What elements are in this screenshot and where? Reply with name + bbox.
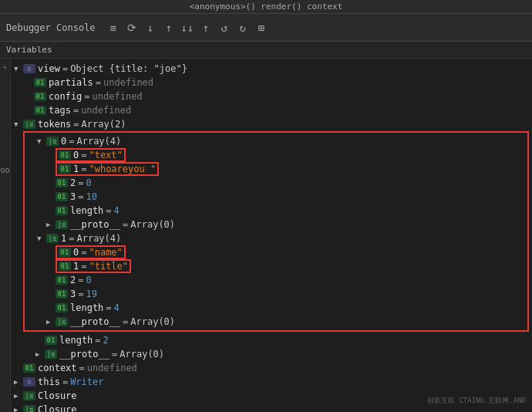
tree-row: |≡ 1 = Array(4) [25, 231, 527, 245]
type-icon-partials: 01 [34, 78, 46, 87]
tree-row: |≡ __proto__ = Array(0) [25, 218, 527, 231]
type-icon-tokensproto: |≡ [45, 350, 57, 359]
expand-view[interactable] [14, 65, 23, 73]
toolbar-icon-step-in[interactable]: ↓ [143, 21, 157, 35]
type-icon-tokens: |≡ [23, 120, 35, 129]
expand-tokens1[interactable] [37, 235, 46, 242]
expand-closure1[interactable] [14, 392, 23, 400]
expand-t0proto[interactable] [46, 221, 56, 228]
tree-row: |≡ tokens = Array(2) [12, 117, 532, 131]
tree-row: 01 3 = 10 [25, 190, 527, 204]
expand-tokensproto[interactable] [35, 350, 45, 358]
toolbar-icon-deactivate[interactable]: ↺ [217, 21, 231, 35]
type-icon-config: 01 [34, 92, 46, 101]
type-icon-closure2: |≡ [23, 405, 35, 412]
type-icon-view: ≡ [23, 64, 35, 73]
tree-row: 01 2 = 0 [25, 273, 527, 287]
tree-row: 01 config = undefined [12, 89, 532, 103]
expand-closure2[interactable] [14, 406, 23, 412]
variables-header: Variables [0, 42, 532, 59]
debugger-toolbar: Debugger Console ≡ ⟳ ↓ ↑ ↓↓ ↑ ↺ ↻ ⊞ [0, 14, 532, 42]
toolbar-icon-menu[interactable]: ≡ [106, 21, 120, 35]
type-icon-t00: 01 [59, 150, 71, 160]
type-icon-context: 01 [23, 363, 35, 373]
tree-row: 01 length = 4 [25, 204, 527, 218]
tree-row: |≡ 0 = Array(4) [25, 134, 527, 148]
expand-t1proto[interactable] [46, 318, 56, 326]
expand-this[interactable] [14, 378, 23, 386]
type-icon-t1proto: |≡ [56, 317, 68, 326]
tree-row: 01 length = 4 [25, 301, 527, 315]
toolbar-icon-step-over[interactable]: ↓↓ [180, 21, 194, 35]
tree-row: ≡ this = Writer [12, 375, 532, 389]
tokens-highlighted-section: |≡ 0 = Array(4) 01 0 = "text" 01 [23, 131, 529, 332]
type-icon-t0len: 01 [56, 206, 68, 215]
toolbar-icon-refresh[interactable]: ⟳ [125, 21, 139, 35]
tree-row: 01 tags = undefined [12, 103, 532, 117]
toolbar-icon-resume[interactable]: ↑ [199, 21, 213, 35]
tree-row: 01 3 = 19 [25, 287, 527, 301]
type-icon-t13: 01 [56, 289, 68, 299]
type-icon-t03: 01 [56, 192, 68, 201]
breadcrumb: <anonymous>() render() context [190, 2, 343, 12]
type-icon-tags: 01 [34, 106, 46, 115]
type-icon-t1len: 01 [56, 303, 68, 312]
type-icon-t0proto: |≡ [56, 220, 68, 229]
tree-row: |≡ __proto__ = Array(0) [25, 315, 527, 329]
type-icon-tokenslen: 01 [45, 336, 57, 345]
tree-row: 01 1 = "whoareyou " [25, 162, 527, 176]
tree-row: 01 1 = "title" [25, 259, 527, 273]
tree-row: 01 0 = "name" [25, 245, 527, 259]
toolbar-icon-grid[interactable]: ⊞ [254, 21, 268, 35]
left-bar: + oo [0, 59, 11, 412]
tree-row: 01 2 = 0 [25, 176, 527, 190]
type-icon-t0: |≡ [46, 137, 59, 146]
toolbar-title: Debugger Console [6, 22, 96, 33]
left-bar-oo: oo [0, 166, 9, 174]
toolbar-icon-async[interactable]: ↻ [236, 21, 250, 35]
tree-row: 01 0 = "text" [25, 148, 527, 162]
variables-panel[interactable]: + oo ≡ view = Object {title: "joe"} 01 p… [0, 59, 532, 412]
expand-tokens0[interactable] [37, 137, 46, 145]
type-icon-t01: 01 [59, 164, 71, 174]
tree-container: ≡ view = Object {title: "joe"} 01 partia… [12, 59, 532, 412]
tree-row: |≡ __proto__ = Array(0) [23, 347, 532, 361]
type-icon-t11: 01 [59, 262, 71, 271]
toolbar-icon-step-out[interactable]: ↑ [162, 21, 176, 35]
tree-row: ≡ view = Object {title: "joe"} [12, 62, 532, 76]
type-icon-t10: 01 [59, 248, 71, 257]
type-icon-t02: 01 [56, 178, 68, 187]
tree-row: 01 partials = undefined [12, 76, 532, 89]
tree-row: 01 context = undefined [12, 361, 532, 375]
expand-tokens[interactable] [14, 120, 23, 128]
type-icon-t12: 01 [56, 275, 68, 285]
left-bar-plus[interactable]: + [2, 63, 7, 72]
top-bar: <anonymous>() render() context [0, 0, 532, 14]
type-icon-this: ≡ [23, 377, 35, 387]
watermark: 创新互联 CTAING.互联网.AND [427, 396, 526, 406]
tree-row: 01 length = 2 [23, 333, 532, 347]
type-icon-t1: |≡ [46, 234, 59, 243]
type-icon-closure1: |≡ [23, 391, 35, 400]
